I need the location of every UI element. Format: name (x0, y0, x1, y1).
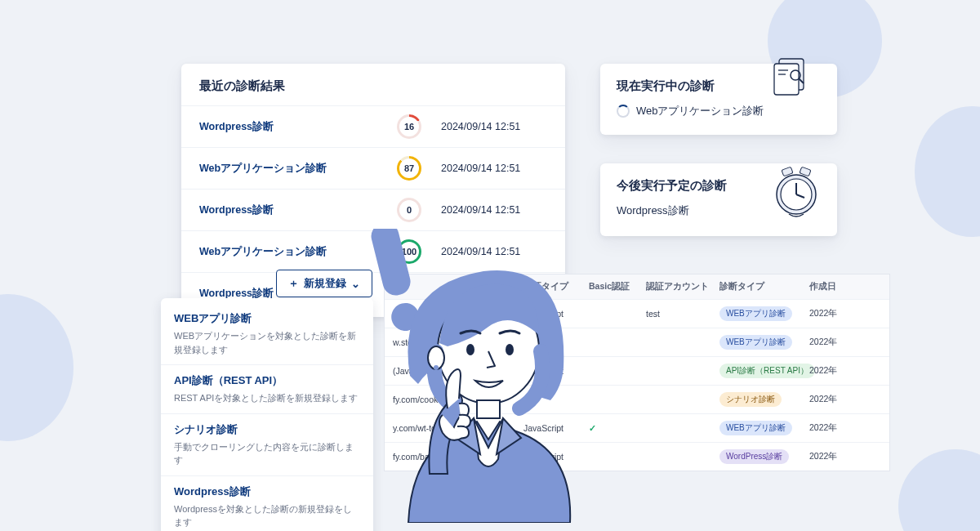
chevron-down-icon: ⌄ (351, 278, 360, 290)
table-header-cell: 認証タイプ (523, 281, 589, 292)
cell-auth-type: JavaScript (523, 423, 589, 433)
score-ring: 100 (397, 239, 421, 264)
score-value: 16 (399, 117, 419, 136)
score-value: 100 (399, 242, 419, 261)
cell-auth-type: JavaScript (523, 452, 589, 462)
cell-created: 2022年 (809, 394, 866, 405)
decorative-blob (898, 449, 980, 531)
svg-rect-1 (774, 64, 799, 95)
new-registration-label: 新規登録 (304, 276, 346, 291)
menu-item-title: WEBアプリ診断 (174, 311, 360, 326)
result-date: 2024/09/14 12:51 (441, 163, 547, 174)
clock-icon (768, 163, 825, 221)
type-chip: WEBアプリ診断 (719, 421, 792, 435)
cell-scan-type: WEBアプリ診断 (719, 421, 809, 435)
type-chip: WordPress診断 (719, 449, 789, 464)
cell-url: w.stg-securify.com/ (393, 337, 523, 347)
score-value: 0 (399, 200, 419, 220)
score-value: 87 (399, 158, 419, 178)
menu-item[interactable]: シナリオ診断手動でクローリングした内容を元に診断します (161, 413, 373, 475)
menu-item-title: シナリオ診断 (174, 422, 360, 437)
menu-item[interactable]: Wordpress診断Wordpressを対象とした診断の新規登録をします (161, 475, 373, 532)
cell-scan-type: API診断（REST API） (719, 364, 809, 378)
recent-result-row[interactable]: Webアプリケーション診断1002024/09/14 12:51 (181, 230, 565, 272)
table-header-cell: 診断タイプ (719, 281, 809, 292)
recent-results-title: 最近の診断結果 (181, 78, 565, 105)
menu-item[interactable]: WEBアプリ診断WEBアプリケーションを対象とした診断を新規登録します (161, 303, 373, 364)
table-header-cell: 認証アカウント (646, 281, 719, 292)
menu-item-title: API診断（REST API） (174, 373, 360, 388)
result-date: 2024/09/14 12:51 (441, 121, 547, 132)
menu-item-desc: 手動でクローリングした内容を元に診断します (174, 440, 360, 467)
recent-result-row[interactable]: Wordpress診断162024/09/14 12:51 (181, 105, 565, 147)
plus-icon: ＋ (288, 276, 299, 291)
menu-item-desc: REST APIを対象とした診断を新規登録します (174, 391, 360, 405)
cell-url: (JavaScript) (393, 366, 523, 376)
recent-result-row[interactable]: Webアプリケーション診断872024/09/14 12:51 (181, 147, 565, 189)
table-row[interactable]: (JavaScript)JavaScriptAPI診断（REST API）202… (385, 356, 889, 385)
new-registration-button[interactable]: ＋ 新規登録 ⌄ (276, 270, 372, 297)
result-name: Wordpress診断 (199, 120, 390, 134)
cell-scan-type: WEBアプリ診断 (719, 306, 809, 321)
cell-scan-type: WordPress診断 (719, 449, 809, 464)
result-date: 2024/09/14 12:51 (441, 204, 547, 216)
projects-table: 認証タイプBasic認証認証アカウント診断タイプ作成日 .navisia.jpJ… (384, 274, 890, 471)
check-icon: ✓ (589, 423, 596, 433)
cell-scan-type: シナリオ診断 (719, 392, 809, 407)
cell-url: .navisia.jp (393, 309, 523, 319)
cell-basic-auth: ✓ (589, 423, 646, 433)
decorative-blob (915, 106, 980, 237)
cell-scan-type: WEBアプリ診断 (719, 335, 809, 350)
decorative-blob (0, 294, 74, 441)
table-row[interactable]: fy.com/basic-JavaScriptWordPress診断2022年 (385, 442, 889, 471)
result-name: Webアプリケーション診断 (199, 245, 390, 259)
document-icon (768, 56, 817, 96)
cell-created: 2022年 (809, 337, 866, 348)
cell-url: fy.com/cookie- (393, 395, 523, 404)
menu-item-desc: WEBアプリケーションを対象とした診断を新規登録します (174, 329, 360, 356)
result-name: Wordpress診断 (199, 203, 390, 217)
cell-created: 2022年 (809, 365, 866, 377)
cell-created: 2022年 (809, 422, 866, 434)
running-item: Webアプリケーション診断 (636, 104, 764, 118)
cell-account: test (646, 309, 719, 319)
type-chip: WEBアプリ診断 (719, 306, 792, 321)
table-header-cell: 作成日 (809, 281, 866, 292)
cell-created: 2022年 (809, 451, 866, 462)
table-row[interactable]: y.com/wt-topJavaScript✓WEBアプリ診断2022年 (385, 413, 889, 442)
type-chip: API診断（REST API） (719, 364, 815, 378)
table-row[interactable]: .navisia.jpJavaScripttestWEBアプリ診断2022年 (385, 299, 889, 328)
menu-item-title: Wordpress診断 (174, 484, 360, 499)
cell-auth-type: JavaScript (523, 366, 589, 376)
menu-item-desc: Wordpressを対象とした診断の新規登録をします (174, 502, 360, 529)
score-ring: 0 (397, 198, 421, 222)
new-registration-menu: WEBアプリ診断WEBアプリケーションを対象とした診断を新規登録しますAPI診断… (161, 298, 373, 531)
cell-created: 2022年 (809, 308, 866, 319)
result-name: Webアプリケーション診断 (199, 162, 390, 176)
type-chip: WEBアプリ診断 (719, 335, 792, 350)
table-row[interactable]: w.stg-securify.com/WEBアプリ診断2022年 (385, 328, 889, 356)
table-header-cell: Basic認証 (589, 281, 646, 292)
menu-item[interactable]: API診断（REST API）REST APIを対象とした診断を新規登録します (161, 364, 373, 413)
score-ring: 16 (397, 114, 421, 139)
result-date: 2024/09/14 12:51 (441, 246, 547, 257)
cell-url: fy.com/basic- (393, 452, 523, 462)
cell-url: y.com/wt-top (393, 423, 523, 433)
table-row[interactable]: fy.com/cookie-シナリオ診断2022年 (385, 385, 889, 413)
type-chip: シナリオ診断 (719, 392, 782, 407)
cell-auth-type: JavaScript (523, 309, 589, 319)
spinner-icon (617, 105, 630, 118)
recent-result-row[interactable]: Wordpress診断02024/09/14 12:51 (181, 189, 565, 230)
score-ring: 87 (397, 156, 421, 181)
